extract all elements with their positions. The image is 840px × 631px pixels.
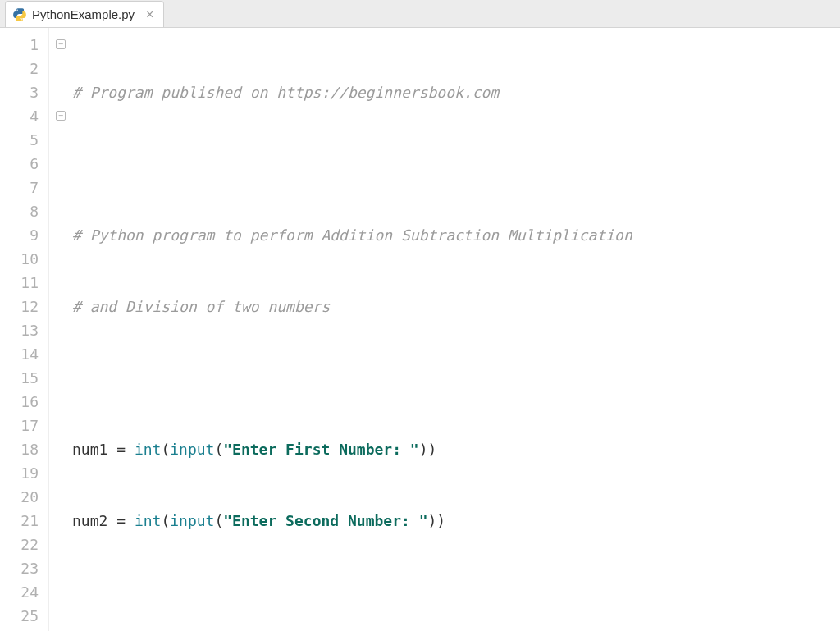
fold-toggle-icon[interactable]: − <box>56 111 66 121</box>
line-number: 10 <box>0 247 39 271</box>
code-line: num2 = int(input("Enter Second Number: "… <box>72 509 840 533</box>
line-number: 14 <box>0 342 39 366</box>
code-line: # Program published on https://beginners… <box>72 80 840 104</box>
line-number: 16 <box>0 390 39 414</box>
line-number: 8 <box>0 199 39 223</box>
file-tab[interactable]: PythonExample.py × <box>5 1 164 27</box>
line-number: 11 <box>0 271 39 295</box>
line-number: 7 <box>0 176 39 199</box>
line-number: 13 <box>0 318 39 342</box>
code-editor[interactable]: 1 2 3 4 5 6 7 8 9 10 11 12 13 14 15 16 1… <box>0 28 840 631</box>
line-number: 23 <box>0 556 39 580</box>
code-line: num1 = int(input("Enter First Number: ")… <box>72 437 840 461</box>
code-line <box>72 366 840 390</box>
line-number: 25 <box>0 604 39 628</box>
line-number: 15 <box>0 366 39 390</box>
code-line: # Python program to perform Addition Sub… <box>72 223 840 247</box>
tab-filename: PythonExample.py <box>32 7 135 21</box>
line-number: 18 <box>0 437 39 461</box>
line-number-gutter: 1 2 3 4 5 6 7 8 9 10 11 12 13 14 15 16 1… <box>0 28 49 631</box>
line-number: 17 <box>0 414 39 437</box>
code-line <box>72 580 840 604</box>
fold-toggle-icon[interactable]: − <box>56 39 66 49</box>
line-number: 9 <box>0 223 39 247</box>
tab-bar: PythonExample.py × <box>0 0 840 28</box>
code-area[interactable]: # Program published on https://beginners… <box>72 28 840 631</box>
line-number: 21 <box>0 509 39 533</box>
line-number: 22 <box>0 533 39 556</box>
line-number: 19 <box>0 461 39 485</box>
line-number: 1 <box>0 33 39 57</box>
line-number: 2 <box>0 57 39 80</box>
line-number: 20 <box>0 485 39 509</box>
code-line <box>72 152 840 176</box>
line-number: 3 <box>0 80 39 104</box>
line-number: 6 <box>0 152 39 176</box>
code-line: # and Division of two numbers <box>72 295 840 318</box>
line-number: 12 <box>0 295 39 318</box>
python-file-icon <box>12 7 27 22</box>
line-number: 4 <box>0 104 39 128</box>
line-number: 5 <box>0 128 39 152</box>
close-tab-icon[interactable]: × <box>146 7 153 22</box>
fold-column: − − <box>49 28 72 631</box>
line-number: 24 <box>0 580 39 604</box>
